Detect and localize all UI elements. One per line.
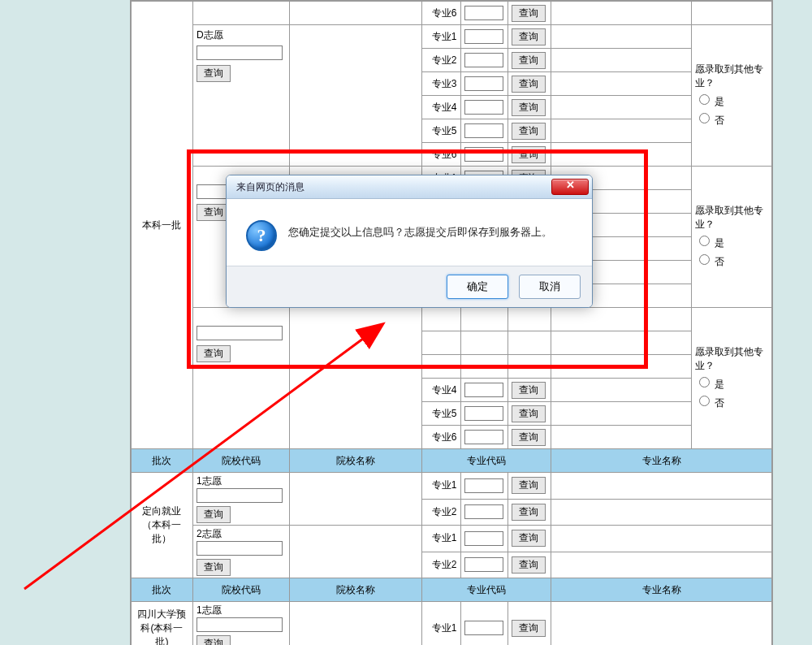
- ok-button[interactable]: 确定: [447, 275, 508, 299]
- query-button[interactable]: 查询: [512, 76, 546, 93]
- batch-dxjy: 定向就业（本科一批）: [132, 473, 193, 578]
- major-input[interactable]: [464, 504, 503, 519]
- radio-no[interactable]: [699, 254, 710, 265]
- opt-question: 愿录取到其他专业？: [695, 345, 768, 373]
- major-input[interactable]: [464, 383, 503, 397]
- query-button[interactable]: 查询: [512, 504, 546, 521]
- dialog-message: 您确定提交以上信息吗？志愿提交后即保存到服务器上。: [288, 220, 552, 240]
- label-m2: 专业2: [422, 49, 460, 72]
- query-button[interactable]: 查询: [512, 405, 546, 422]
- label-m5: 专业5: [422, 119, 460, 143]
- wish-1-label: 1志愿: [197, 604, 286, 617]
- query-button[interactable]: 查询: [512, 28, 546, 45]
- col-school-name: 院校名称: [289, 449, 422, 473]
- col-batch: 批次: [132, 578, 193, 602]
- col-major-code: 专业代码: [422, 449, 551, 473]
- cancel-button[interactable]: 取消: [519, 275, 581, 299]
- wish-2-label: 2志愿: [197, 527, 286, 541]
- query-button[interactable]: 查询: [512, 146, 546, 163]
- radio-no-label: 否: [715, 397, 724, 409]
- radio-yes[interactable]: [699, 94, 710, 105]
- query-button[interactable]: 查询: [512, 429, 546, 446]
- opt-question: 愿录取到其他专业？: [695, 204, 768, 232]
- opt-question: 愿录取到其他专业？: [695, 63, 768, 90]
- query-button[interactable]: 查询: [512, 477, 546, 494]
- school-code-input[interactable]: [197, 617, 283, 632]
- col-school-code: 院校代码: [192, 449, 289, 473]
- wish-d-label: D志愿: [197, 28, 286, 42]
- label-m1: 专业1: [422, 473, 460, 500]
- label-m4: 专业4: [422, 379, 460, 402]
- major-input[interactable]: [464, 147, 503, 162]
- question-icon: ?: [246, 220, 277, 251]
- query-button[interactable]: 查询: [197, 559, 231, 576]
- radio-yes-label: 是: [715, 379, 724, 390]
- query-button[interactable]: 查询: [512, 382, 546, 399]
- label-m6: 专业6: [422, 143, 460, 167]
- major-input[interactable]: [464, 557, 503, 572]
- col-school-code: 院校代码: [192, 578, 289, 602]
- major-input[interactable]: [464, 6, 503, 20]
- radio-no-label: 否: [715, 256, 724, 267]
- query-button[interactable]: 查询: [512, 556, 546, 574]
- major-input[interactable]: [464, 478, 503, 493]
- radio-yes-label: 是: [715, 96, 724, 107]
- label-m2: 专业2: [422, 499, 460, 526]
- school-code-input[interactable]: [197, 326, 283, 340]
- major-input[interactable]: [464, 100, 503, 115]
- label-m3: 专业3: [422, 72, 460, 96]
- label-m4: 专业4: [422, 96, 460, 119]
- query-button[interactable]: 查询: [197, 345, 231, 362]
- major-input[interactable]: [464, 406, 503, 421]
- radio-no[interactable]: [699, 113, 710, 123]
- query-button[interactable]: 查询: [197, 635, 231, 645]
- query-button[interactable]: 查询: [512, 52, 546, 69]
- radio-no-label: 否: [715, 115, 724, 126]
- col-major-name: 专业名称: [551, 578, 772, 602]
- wish-1-label: 1志愿: [197, 474, 286, 488]
- col-school-name: 院校名称: [289, 578, 422, 602]
- query-button[interactable]: 查询: [197, 506, 231, 523]
- col-major-code: 专业代码: [422, 578, 551, 602]
- batch-bk1: 本科一批: [132, 2, 193, 449]
- label-m6: 专业6: [422, 426, 460, 449]
- dialog-title: 来自网页的消息: [236, 180, 551, 194]
- label-m5: 专业5: [422, 402, 460, 426]
- label-m1: 专业1: [422, 25, 460, 49]
- major-input[interactable]: [464, 76, 503, 91]
- radio-yes-label: 是: [715, 237, 724, 249]
- radio-yes[interactable]: [699, 377, 710, 387]
- major-input[interactable]: [464, 531, 503, 546]
- major-input[interactable]: [464, 621, 503, 635]
- radio-yes[interactable]: [699, 236, 710, 246]
- major-input[interactable]: [464, 53, 503, 67]
- col-batch: 批次: [132, 449, 193, 473]
- school-code-input[interactable]: [197, 45, 283, 60]
- school-code-input[interactable]: [197, 541, 283, 556]
- batch-scdx: 四川大学预科(本科一批): [132, 602, 193, 646]
- query-button[interactable]: 查询: [197, 65, 231, 82]
- label-m1: 专业1: [422, 526, 460, 552]
- label-m6: 专业6: [422, 2, 460, 25]
- radio-no[interactable]: [699, 396, 710, 406]
- label-m1: 专业1: [422, 602, 460, 646]
- query-button[interactable]: 查询: [512, 99, 546, 116]
- close-icon[interactable]: ✕: [551, 179, 589, 195]
- col-major-name: 专业名称: [551, 449, 772, 473]
- major-input[interactable]: [464, 430, 503, 444]
- major-input[interactable]: [464, 123, 503, 138]
- query-button[interactable]: 查询: [512, 530, 546, 547]
- query-button[interactable]: 查询: [512, 5, 546, 22]
- confirm-dialog: 来自网页的消息 ✕ ? 您确定提交以上信息吗？志愿提交后即保存到服务器上。 确定…: [226, 175, 593, 308]
- query-button[interactable]: 查询: [512, 123, 546, 140]
- major-input[interactable]: [464, 29, 503, 44]
- label-m2: 专业2: [422, 552, 460, 578]
- query-button[interactable]: 查询: [512, 620, 546, 637]
- school-code-input[interactable]: [197, 488, 283, 503]
